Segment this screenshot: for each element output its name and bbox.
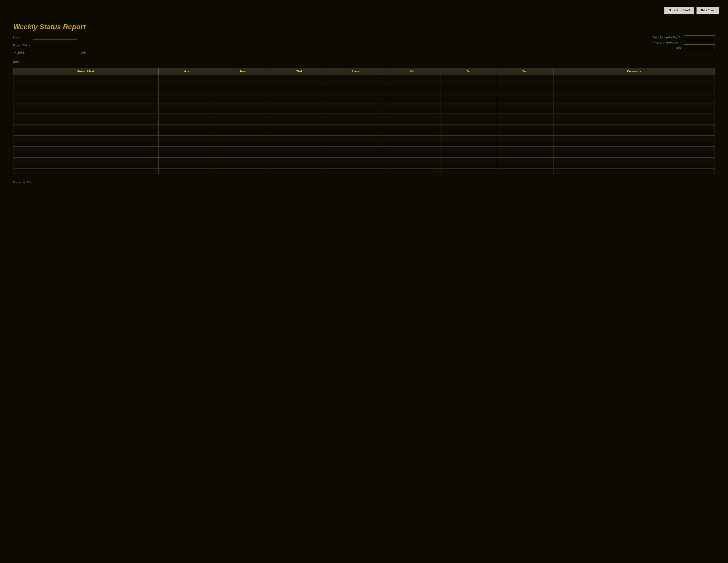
cell-r3-c6-input[interactable] bbox=[442, 93, 496, 95]
cell-r9-c2-input[interactable] bbox=[216, 126, 270, 128]
cell-r10-c5-input[interactable] bbox=[385, 131, 440, 134]
cell-r16-c0-input[interactable] bbox=[14, 164, 158, 167]
cell-r14-c0-input[interactable] bbox=[14, 153, 158, 156]
cell-r16-c2-input[interactable] bbox=[216, 164, 270, 167]
cell-r0-c4-input[interactable] bbox=[329, 76, 383, 79]
cell-r12-c3-input[interactable] bbox=[272, 142, 327, 145]
cell-r8-c0-input[interactable] bbox=[14, 120, 158, 123]
cell-r12-c1-input[interactable] bbox=[159, 142, 214, 145]
cell-r16-c5-input[interactable] bbox=[385, 164, 440, 167]
cell-r5-c8-input[interactable] bbox=[554, 104, 714, 106]
cell-r0-c3-input[interactable] bbox=[272, 76, 327, 79]
cell-r6-c1-input[interactable] bbox=[159, 109, 214, 112]
cell-r16-c3-input[interactable] bbox=[272, 164, 327, 167]
cell-r13-c2-input[interactable] bbox=[216, 148, 270, 150]
date-input[interactable] bbox=[684, 46, 715, 50]
cell-r17-c1-input[interactable] bbox=[159, 170, 214, 173]
cell-r6-c2-input[interactable] bbox=[216, 109, 270, 112]
cell-r3-c7-input[interactable] bbox=[498, 93, 552, 95]
cell-r11-c3-input[interactable] bbox=[272, 137, 327, 139]
cell-r2-c1-input[interactable] bbox=[159, 87, 214, 90]
cell-r17-c6-input[interactable] bbox=[442, 170, 496, 173]
cell-r16-c8-input[interactable] bbox=[554, 164, 714, 167]
cell-r12-c2-input[interactable] bbox=[216, 142, 270, 145]
cell-r10-c3-input[interactable] bbox=[272, 131, 327, 134]
cell-r2-c6-input[interactable] bbox=[442, 87, 496, 90]
cell-r0-c0-input[interactable] bbox=[14, 76, 158, 79]
cell-r2-c4-input[interactable] bbox=[329, 87, 383, 90]
cell-r10-c0-input[interactable] bbox=[14, 131, 158, 134]
cell-r3-c3-input[interactable] bbox=[272, 93, 327, 95]
cell-r16-c7-input[interactable] bbox=[498, 164, 552, 167]
cell-r1-c3-input[interactable] bbox=[272, 82, 327, 84]
cell-r8-c3-input[interactable] bbox=[272, 120, 327, 123]
cell-r17-c0-input[interactable] bbox=[14, 170, 158, 173]
cell-r12-c7-input[interactable] bbox=[498, 142, 552, 145]
cell-r4-c3-input[interactable] bbox=[272, 98, 327, 101]
cell-r9-c1-input[interactable] bbox=[159, 126, 214, 128]
cell-r4-c7-input[interactable] bbox=[498, 98, 552, 101]
cell-r6-c5-input[interactable] bbox=[385, 109, 440, 112]
cell-r4-c6-input[interactable] bbox=[442, 98, 496, 101]
cell-r15-c2-input[interactable] bbox=[216, 159, 270, 162]
cell-r13-c7-input[interactable] bbox=[498, 148, 552, 150]
dept-input[interactable] bbox=[99, 51, 126, 55]
cell-r7-c2-input[interactable] bbox=[216, 115, 270, 117]
cell-r11-c5-input[interactable] bbox=[385, 137, 440, 139]
cell-r7-c0-input[interactable] bbox=[14, 115, 158, 117]
cell-r1-c1-input[interactable] bbox=[159, 82, 214, 84]
cell-r1-c2-input[interactable] bbox=[216, 82, 270, 84]
cell-r8-c2-input[interactable] bbox=[216, 120, 270, 123]
cell-r1-c7-input[interactable] bbox=[498, 82, 552, 84]
cell-r9-c4-input[interactable] bbox=[329, 126, 383, 128]
cell-r17-c8-input[interactable] bbox=[554, 170, 714, 173]
cell-r14-c7-input[interactable] bbox=[498, 153, 552, 156]
week-ending-input[interactable] bbox=[684, 41, 715, 45]
cell-r1-c6-input[interactable] bbox=[442, 82, 496, 84]
cell-r2-c2-input[interactable] bbox=[216, 87, 270, 90]
cell-r15-c1-input[interactable] bbox=[159, 159, 214, 162]
cell-r11-c6-input[interactable] bbox=[442, 137, 496, 139]
to-obtain-input[interactable] bbox=[33, 51, 77, 55]
cell-r9-c0-input[interactable] bbox=[14, 126, 158, 128]
cell-r7-c3-input[interactable] bbox=[272, 115, 327, 117]
cell-r4-c5-input[interactable] bbox=[385, 98, 440, 101]
cell-r5-c0-input[interactable] bbox=[14, 104, 158, 106]
cell-r3-c4-input[interactable] bbox=[329, 93, 383, 95]
cell-r9-c7-input[interactable] bbox=[498, 126, 552, 128]
cell-r11-c0-input[interactable] bbox=[14, 137, 158, 139]
cell-r10-c4-input[interactable] bbox=[329, 131, 383, 134]
cell-r11-c4-input[interactable] bbox=[329, 137, 383, 139]
cell-r0-c8-input[interactable] bbox=[554, 76, 714, 79]
cell-r8-c1-input[interactable] bbox=[159, 120, 214, 123]
week-starting-input[interactable] bbox=[684, 35, 715, 39]
cell-r6-c8-input[interactable] bbox=[554, 109, 714, 112]
cell-r3-c1-input[interactable] bbox=[159, 93, 214, 95]
cell-r12-c5-input[interactable] bbox=[385, 142, 440, 145]
cell-r13-c8-input[interactable] bbox=[554, 148, 714, 150]
cell-r11-c1-input[interactable] bbox=[159, 137, 214, 139]
cell-r15-c8-input[interactable] bbox=[554, 159, 714, 162]
cell-r8-c4-input[interactable] bbox=[329, 120, 383, 123]
cell-r6-c7-input[interactable] bbox=[498, 109, 552, 112]
cell-r14-c6-input[interactable] bbox=[442, 153, 496, 156]
cell-r12-c0-input[interactable] bbox=[14, 142, 158, 145]
cell-r14-c1-input[interactable] bbox=[159, 153, 214, 156]
cell-r15-c7-input[interactable] bbox=[498, 159, 552, 162]
cell-r13-c3-input[interactable] bbox=[272, 148, 327, 150]
cell-r2-c8-input[interactable] bbox=[554, 87, 714, 90]
cell-r6-c6-input[interactable] bbox=[442, 109, 496, 112]
cell-r16-c6-input[interactable] bbox=[442, 164, 496, 167]
cell-r10-c1-input[interactable] bbox=[159, 131, 214, 134]
cell-r0-c5-input[interactable] bbox=[385, 76, 440, 79]
cell-r7-c4-input[interactable] bbox=[329, 115, 383, 117]
cell-r15-c0-input[interactable] bbox=[14, 159, 158, 162]
cell-r7-c7-input[interactable] bbox=[498, 115, 552, 117]
cell-r17-c5-input[interactable] bbox=[385, 170, 440, 173]
cell-r5-c3-input[interactable] bbox=[272, 104, 327, 106]
cell-r4-c0-input[interactable] bbox=[14, 98, 158, 101]
cell-r1-c5-input[interactable] bbox=[385, 82, 440, 84]
cell-r11-c8-input[interactable] bbox=[554, 137, 714, 139]
cell-r10-c7-input[interactable] bbox=[498, 131, 552, 134]
cell-r10-c2-input[interactable] bbox=[216, 131, 270, 134]
